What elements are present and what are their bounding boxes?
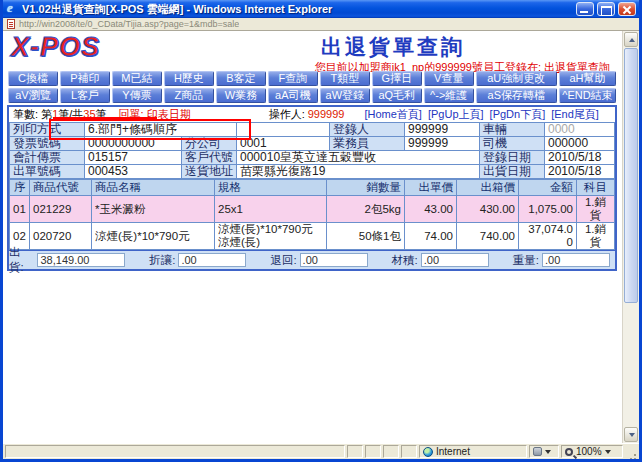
- magnifier-icon: [565, 448, 573, 456]
- protected-mode-icon: [533, 447, 542, 456]
- scroll-thumb[interactable]: [624, 48, 638, 303]
- total-volume-field[interactable]: .00: [421, 253, 489, 267]
- col-qty: 銷數量: [327, 180, 405, 196]
- voucher-label: 會計傳票: [10, 151, 85, 165]
- status-segment: [347, 445, 363, 458]
- toolbar-button-Y[interactable]: Y傳票: [112, 88, 162, 103]
- toolbar-button-end[interactable]: ^END結束: [559, 88, 616, 103]
- toolbar-button-aV[interactable]: aV瀏覽: [8, 88, 58, 103]
- toolbar-button-aH[interactable]: aH幫助: [559, 71, 616, 86]
- nav-pgup-link[interactable]: [PgUp上頁]: [428, 107, 484, 122]
- title-bar: V1.02出退貨查詢[X-POS 雲端網] - Windows Internet…: [3, 0, 639, 18]
- total-return: 退回:.00: [251, 253, 372, 268]
- vertical-scrollbar[interactable]: [622, 31, 639, 443]
- zoom-control[interactable]: 100%: [561, 445, 623, 458]
- content-area: X-POS 出退貨單查詢 您目前以加盟商ik1_np的999999號員工登錄在:…: [3, 31, 639, 443]
- item-row-1[interactable]: 01 021229 *玉米澱粉 25x1 2包5kg 43.00 430.00 …: [10, 196, 615, 223]
- item-box-price: 740.00: [457, 223, 519, 250]
- status-segment: [365, 445, 381, 458]
- total-discount: 折讓:.00: [130, 253, 251, 268]
- total-weight-field[interactable]: .00: [542, 253, 610, 267]
- maximize-button[interactable]: [597, 2, 615, 16]
- col-unit-price: 出單價: [405, 180, 457, 196]
- print-mode-field[interactable]: 6.部門+條碼順序: [85, 123, 237, 137]
- items-table: 序 商品代號 商品名稱 規格 銷數量 出單價 出箱價 金額 科目 01 0212…: [9, 179, 615, 250]
- total-weight: 重量:.00: [494, 253, 615, 268]
- toolbar-button-B[interactable]: B客定: [216, 71, 266, 86]
- item-amount: 37,074.00: [519, 223, 577, 250]
- toolbar-button-aS[interactable]: aS保存轉檔: [476, 88, 557, 103]
- toolbar-button-F[interactable]: F查詢: [268, 71, 318, 86]
- col-account: 科目: [577, 180, 615, 196]
- item-unit-price: 43.00: [405, 196, 457, 223]
- driver-field[interactable]: 000000: [545, 137, 615, 151]
- toolbar-button-T[interactable]: T類型: [320, 71, 370, 86]
- total-discount-field[interactable]: .00: [178, 253, 246, 267]
- toolbar-button-C[interactable]: C換檔: [8, 71, 58, 86]
- toolbar-button-aW[interactable]: aW登錄: [320, 88, 370, 103]
- status-tool-segment[interactable]: [529, 445, 559, 458]
- toolbar-button-G[interactable]: G擇日: [372, 71, 422, 86]
- ship-date-field[interactable]: 2010/5/18: [545, 165, 615, 179]
- toolbar-button-V[interactable]: V查量: [424, 71, 474, 86]
- address-field[interactable]: 苗栗縣光復路19: [237, 165, 480, 179]
- page-icon: [7, 19, 15, 29]
- item-qty: 50條1包: [327, 223, 405, 250]
- close-button[interactable]: [618, 2, 636, 16]
- resize-grip[interactable]: [625, 445, 638, 458]
- record-frame: 筆數: 第1筆/共35筆 回單: 印表日期 操作人:999999 [Home首頁…: [7, 105, 617, 271]
- toolbar-row-2: aV瀏覽 L客戶 Y傳票 Z商品 W業務 aA司機 aW登錄 aQ毛利 ^->維…: [8, 88, 616, 103]
- item-qty: 2包5kg: [327, 196, 405, 223]
- item-account: 1.銷貨: [577, 223, 615, 250]
- zoom-dropdown-arrow: [605, 450, 611, 454]
- print-note: 回單: 印表日期: [119, 107, 191, 122]
- toolbar-button-aU[interactable]: aU強制更改: [476, 71, 557, 86]
- vehicle-field[interactable]: 0000: [545, 123, 615, 137]
- branch-field[interactable]: 0001: [237, 137, 330, 151]
- invoice-no-field[interactable]: 0000000000: [85, 137, 182, 151]
- customer-field[interactable]: 000010皇英立達五穀豐收: [237, 151, 480, 165]
- scroll-up-button[interactable]: [624, 32, 638, 47]
- toolbar-row-1: C換檔 P補印 M已結 H歷史 B客定 F查詢 T類型 G擇日 V查量 aU強制…: [8, 71, 616, 86]
- scroll-down-button[interactable]: [624, 427, 638, 442]
- col-code: 商品代號: [30, 180, 92, 196]
- toolbar-button-W[interactable]: W業務: [216, 88, 266, 103]
- driver-label: 司機: [480, 137, 545, 151]
- nav-end-link[interactable]: [End尾頁]: [551, 107, 599, 122]
- page-title: 出退貨單查詢: [321, 33, 465, 61]
- chevron-down-icon: [545, 450, 551, 454]
- register-date-field[interactable]: 2010/5/18: [545, 151, 615, 165]
- toolbar-button-P[interactable]: P補印: [60, 71, 110, 86]
- total-volume-label: 材積:: [392, 253, 418, 268]
- total-return-field[interactable]: .00: [300, 253, 368, 267]
- register-date-label: 登錄日期: [480, 151, 545, 165]
- order-form: 列印方式 6.部門+條碼順序 登錄人 999999 車輛 0000 發票號碼 0…: [9, 122, 615, 179]
- registrant-field[interactable]: 999999: [405, 123, 480, 137]
- item-spec: 25x1: [215, 196, 327, 223]
- total-return-label: 退回:: [270, 253, 296, 268]
- xpos-logo: X-POS: [11, 32, 100, 63]
- nav-pgdn-link[interactable]: [PgDn下頁]: [490, 107, 546, 122]
- toolbar-button-Z[interactable]: Z商品: [164, 88, 214, 103]
- address-label: 送貨地址: [182, 165, 237, 179]
- toolbar-button-H[interactable]: H歷史: [164, 71, 214, 86]
- total-ship: 出貨:38,149.00: [9, 245, 130, 275]
- order-no-field[interactable]: 000453: [85, 165, 182, 179]
- totals-bar: 出貨:38,149.00 折讓:.00 退回:.00 材積:.00 重量:.00: [9, 250, 615, 269]
- toolbar-button-aA[interactable]: aA司機: [268, 88, 318, 103]
- minimize-button[interactable]: [576, 2, 594, 16]
- toolbar-button-maintain[interactable]: ^->維護: [424, 88, 474, 103]
- item-code: 021229: [30, 196, 92, 223]
- branch-label: 分公司: [182, 137, 237, 151]
- total-ship-field[interactable]: 38,149.00: [37, 253, 125, 267]
- nav-home-link[interactable]: [Home首頁]: [364, 107, 421, 122]
- toolbar-button-aQ[interactable]: aQ毛利: [372, 88, 422, 103]
- toolbar: C換檔 P補印 M已結 H歷史 B客定 F查詢 T類型 G擇日 V查量 aU強制…: [8, 71, 616, 103]
- salesman-field[interactable]: 999999: [405, 137, 480, 151]
- toolbar-button-L[interactable]: L客戶: [60, 88, 110, 103]
- voucher-field[interactable]: 015157: [85, 151, 182, 165]
- col-spec: 規格: [215, 180, 327, 196]
- toolbar-button-M[interactable]: M已結: [112, 71, 162, 86]
- customer-label: 客戶代號: [182, 151, 237, 165]
- item-name: *玉米澱粉: [92, 196, 215, 223]
